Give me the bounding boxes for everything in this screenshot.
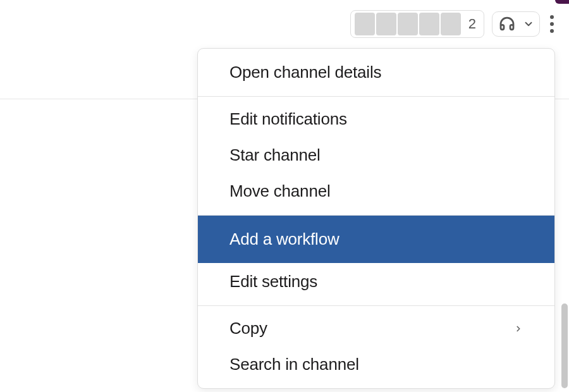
huddle-button-group	[492, 11, 540, 37]
menu-item-add-workflow[interactable]: Add a workflow	[198, 216, 554, 263]
menu-item-edit-notifications[interactable]: Edit notifications	[198, 97, 554, 140]
headphones-icon[interactable]	[498, 15, 517, 34]
menu-item-star-channel[interactable]: Star channel	[198, 140, 554, 176]
more-vert-icon	[550, 22, 554, 26]
menu-item-label: Search in channel	[229, 355, 359, 374]
member-list-button[interactable]: 2	[350, 10, 484, 38]
avatar	[355, 13, 375, 35]
menu-item-label: Edit settings	[229, 272, 317, 291]
window-corner-decoration	[555, 0, 569, 4]
menu-item-label: Edit notifications	[229, 109, 347, 129]
more-vert-icon	[550, 29, 554, 33]
avatar-stack	[355, 13, 461, 35]
menu-item-label: Open channel details	[229, 63, 381, 82]
menu-item-open-details[interactable]: Open channel details	[198, 49, 554, 96]
chevron-down-icon[interactable]	[523, 18, 534, 30]
member-count: 2	[468, 16, 476, 32]
more-actions-button[interactable]	[548, 11, 556, 37]
avatar	[376, 13, 396, 35]
menu-item-move-channel[interactable]: Move channel	[198, 176, 554, 215]
channel-header-toolbar: 2	[350, 10, 556, 38]
menu-item-label: Move channel	[229, 181, 330, 201]
menu-item-edit-settings[interactable]: Edit settings	[198, 263, 554, 305]
avatar	[441, 13, 461, 35]
more-vert-icon	[550, 15, 554, 19]
menu-item-copy[interactable]: Copy	[198, 306, 554, 349]
menu-section: Edit notifications Star channel Move cha…	[198, 97, 554, 215]
menu-item-label: Add a workflow	[229, 230, 340, 249]
menu-section: Copy Search in channel	[198, 306, 554, 388]
avatar	[398, 13, 418, 35]
scrollbar-thumb[interactable]	[561, 303, 568, 388]
avatar	[419, 13, 439, 35]
chevron-right-icon	[514, 322, 523, 335]
menu-item-search-in-channel[interactable]: Search in channel	[198, 349, 554, 388]
channel-actions-menu: Open channel details Edit notifications …	[197, 48, 555, 389]
menu-item-label: Star channel	[229, 145, 321, 165]
menu-item-label: Copy	[229, 319, 267, 338]
